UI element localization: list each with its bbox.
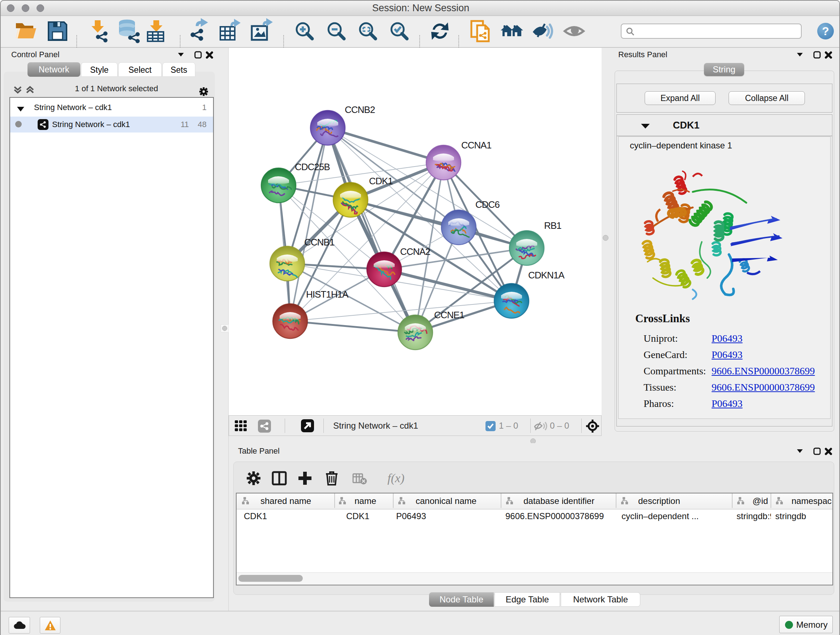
svg-text:CCNE1: CCNE1 [434, 310, 464, 320]
svg-text:description: description [638, 496, 680, 506]
svg-text:@id: @id [752, 496, 768, 506]
svg-text:canonical name: canonical name [416, 496, 477, 506]
svg-text:CDKN1A: CDKN1A [528, 270, 565, 280]
svg-text:HIST1H1A: HIST1H1A [306, 289, 349, 300]
svg-text:CDC25B: CDC25B [295, 162, 330, 172]
svg-text:f(x): f(x) [387, 471, 404, 485]
svg-text:shared name: shared name [261, 496, 311, 506]
svg-text:RB1: RB1 [544, 220, 561, 231]
svg-text:name: name [355, 496, 376, 506]
svg-text:CCNB1: CCNB1 [304, 237, 335, 248]
svg-text:CCNA2: CCNA2 [400, 246, 431, 257]
svg-text:namespac: namespac [791, 496, 832, 506]
svg-text:database identifier: database identifier [523, 496, 594, 506]
svg-text:CDK1: CDK1 [369, 176, 393, 187]
svg-text:CCNB2: CCNB2 [345, 104, 375, 115]
svg-text:CDC6: CDC6 [475, 199, 500, 210]
svg-text:CCNA1: CCNA1 [461, 140, 492, 150]
